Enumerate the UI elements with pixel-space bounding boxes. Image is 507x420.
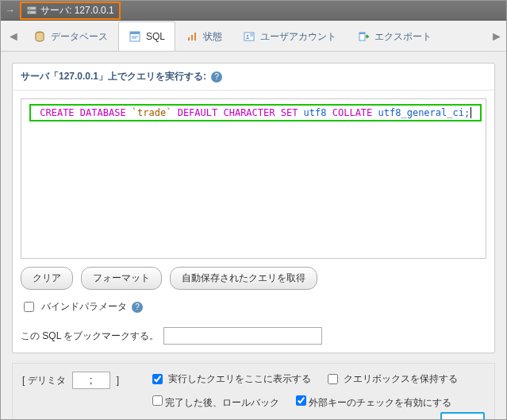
delimiter-label-close: ] — [117, 375, 119, 386]
help-icon[interactable]: ? — [132, 302, 143, 313]
tab-databases[interactable]: データベース — [23, 21, 118, 51]
show-query-option[interactable]: 実行したクエリをここに表示する — [149, 372, 311, 387]
users-icon — [243, 30, 255, 43]
delimiter-input[interactable] — [72, 372, 110, 389]
tab-status[interactable]: 状態 — [175, 21, 232, 51]
breadcrumb-server[interactable]: サーバ: 127.0.0.1 — [20, 2, 121, 20]
tab-user-accounts[interactable]: ユーザアカウント — [232, 21, 347, 51]
svg-rect-9 — [188, 37, 190, 40]
tab-scroll-left[interactable]: ◄ — [4, 22, 23, 51]
sql-icon — [129, 30, 141, 43]
database-icon — [33, 30, 46, 43]
fk-check-option[interactable]: 外部キーのチェックを有効にする — [293, 397, 451, 408]
rollback-label: 完了した後、ロールバック — [165, 397, 279, 408]
breadcrumb-server-label: サーバ: 127.0.0.1 — [40, 4, 114, 17]
export-icon — [357, 30, 370, 43]
tab-sql[interactable]: SQL — [118, 21, 175, 51]
rollback-option[interactable]: 完了した後、ロールバック — [149, 397, 279, 408]
tab-label: ユーザアカウント — [260, 30, 336, 44]
rollback-checkbox[interactable] — [152, 395, 163, 406]
tab-scroll-right[interactable]: ► — [487, 22, 506, 51]
fk-check-label: 外部キーのチェックを有効にする — [309, 397, 451, 408]
tab-label: エクスポート — [374, 30, 432, 44]
sql-token: COLLATE — [332, 107, 373, 118]
tab-label: SQL — [146, 31, 165, 42]
help-icon[interactable]: ? — [211, 71, 222, 83]
tab-export[interactable]: エクスポート — [347, 21, 442, 51]
svg-rect-11 — [194, 33, 196, 40]
sql-token: `trade` — [132, 107, 172, 118]
tabbar: ◄ データベース SQL 状態 ユーザアカウント エクスポート ► — [1, 21, 506, 52]
sql-token: utf8 — [304, 107, 327, 118]
sql-token: utf8_general_ci; — [378, 107, 471, 118]
clear-button[interactable]: クリア — [21, 267, 73, 290]
footer-panel: [ デリミタ ] 実行したクエリをここに表示する クエリボックスを保持する 完了… — [12, 363, 495, 420]
breadcrumb-arrow-icon: → — [6, 5, 15, 16]
tab-label: データベース — [51, 30, 108, 44]
bind-params-label: バインドパラメータ — [41, 300, 127, 314]
bookmark-input[interactable] — [163, 327, 322, 345]
sql-token: CREATE DATABASE — [40, 107, 125, 118]
retain-box-option[interactable]: クエリボックスを保持する — [325, 372, 458, 387]
breadcrumb: → サーバ: 127.0.0.1 — [1, 1, 506, 21]
format-button[interactable]: フォーマット — [81, 267, 162, 290]
svg-rect-6 — [130, 32, 140, 34]
svg-point-2 — [29, 8, 31, 10]
tab-label: 状態 — [203, 30, 222, 44]
retain-box-label: クエリボックスを保持する — [344, 372, 458, 386]
retain-box-checkbox[interactable] — [328, 374, 338, 384]
bookmark-label: この SQL をブックマークする。 — [21, 329, 159, 343]
svg-rect-1 — [28, 11, 36, 14]
svg-point-13 — [247, 35, 249, 37]
svg-point-3 — [29, 12, 31, 13]
panel-title: サーバ「127.0.0.1」上でクエリを実行する: — [21, 70, 206, 83]
bind-params-checkbox[interactable] — [24, 302, 34, 312]
delimiter-label-open: [ デリミタ — [22, 374, 66, 387]
server-icon — [26, 5, 37, 16]
get-saved-query-button[interactable]: 自動保存されたクエリを取得 — [170, 267, 317, 290]
sql-panel: サーバ「127.0.0.1」上でクエリを実行する: ? CREATE DATAB… — [12, 63, 495, 353]
sql-editor[interactable]: CREATE DATABASE `trade` DEFAULT CHARACTE… — [21, 98, 486, 259]
show-query-checkbox[interactable] — [152, 374, 163, 384]
svg-rect-17 — [359, 33, 365, 34]
svg-rect-10 — [191, 35, 193, 40]
fk-check-checkbox[interactable] — [296, 395, 306, 406]
sql-token: DEFAULT CHARACTER SET — [178, 107, 298, 118]
execute-button[interactable]: 実行 — [440, 412, 485, 420]
status-icon — [186, 30, 198, 43]
show-query-label: 実行したクエリをここに表示する — [168, 372, 311, 386]
svg-rect-0 — [28, 7, 36, 10]
